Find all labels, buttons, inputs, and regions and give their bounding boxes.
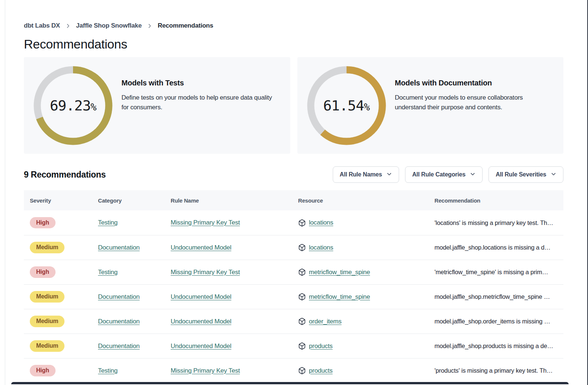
table-row: Medium Documentation Undocumented Model …: [24, 235, 563, 260]
severity-badge: High: [30, 217, 56, 228]
models-with-tests-card: 69.23% Models with Tests Define tests on…: [24, 57, 290, 154]
recommendation-text: 'locations' is missing a primary key tes…: [434, 219, 563, 226]
all-rule-severities-filter[interactable]: All Rule Severities: [489, 166, 563, 183]
table-header-row: Severity Category Rule Name Resource Rec…: [24, 190, 563, 210]
recommendation-text: 'metricflow_time_spine' is missing a pri…: [434, 269, 563, 276]
resource-link[interactable]: metricflow_time_spine: [309, 269, 370, 276]
severity-badge: High: [30, 365, 56, 376]
category-link[interactable]: Testing: [98, 367, 117, 374]
tests-percent-value: 69.23%: [34, 66, 113, 145]
documentation-donut-chart: 61.54%: [307, 66, 386, 145]
resource-link[interactable]: locations: [309, 244, 333, 251]
severity-badge: Medium: [30, 242, 64, 253]
chevron-down-icon: [386, 171, 392, 178]
model-box-icon: [298, 244, 306, 251]
recommendations-count: 9 Recommendations: [24, 170, 106, 180]
category-link[interactable]: Documentation: [98, 342, 140, 350]
resource-link[interactable]: products: [309, 342, 333, 350]
breadcrumb-current: Recommendations: [158, 22, 213, 29]
tests-card-text: Models with Tests Define tests on your m…: [113, 66, 281, 145]
documentation-card-description: Document your models to ensure collabora…: [395, 93, 534, 112]
resource-link[interactable]: metricflow_time_spine: [309, 293, 370, 301]
table-row: High Testing Missing Primary Key Test me…: [24, 260, 563, 284]
documentation-card-text: Models with Documentation Document your …: [386, 66, 536, 145]
model-box-icon: [298, 268, 306, 276]
all-rule-categories-filter[interactable]: All Rule Categories: [405, 166, 483, 183]
documentation-card-title: Models with Documentation: [395, 79, 534, 87]
column-header-rule-name: Rule Name: [171, 197, 298, 204]
filter-label: All Rule Categories: [412, 171, 465, 178]
filter-label: All Rule Severities: [496, 171, 546, 178]
rule-name-link[interactable]: Missing Primary Key Test: [171, 269, 240, 276]
model-box-icon: [298, 367, 306, 375]
table-row: Medium Documentation Undocumented Model …: [24, 309, 563, 334]
recommendations-table: Severity Category Rule Name Resource Rec…: [24, 190, 563, 383]
main-content: dbt Labs DX Jaffle Shop Snowflake Recomm…: [24, 21, 563, 383]
model-box-icon: [298, 342, 306, 350]
models-with-documentation-card: 61.54% Models with Documentation Documen…: [297, 57, 564, 154]
category-link[interactable]: Testing: [98, 269, 117, 276]
category-link[interactable]: Testing: [98, 219, 117, 226]
column-header-recommendation: Recommendation: [434, 197, 563, 204]
column-header-category: Category: [98, 197, 171, 204]
chevron-down-icon: [470, 171, 475, 178]
tests-card-description: Define tests on your models to help ensu…: [121, 93, 279, 112]
resource-link[interactable]: locations: [309, 219, 333, 226]
table-row: Medium Documentation Undocumented Model …: [24, 334, 563, 358]
severity-badge: Medium: [30, 316, 64, 327]
metric-cards: 69.23% Models with Tests Define tests on…: [24, 57, 563, 154]
filter-label: All Rule Names: [340, 171, 382, 178]
severity-badge: Medium: [30, 291, 64, 302]
table-body: High Testing Missing Primary Key Test lo…: [24, 210, 563, 383]
recommendation-text: model.jaffle_shop.metricflow_time_spine …: [434, 293, 563, 300]
recommendation-text: 'products' is missing a primary key test…: [434, 367, 563, 374]
rule-name-link[interactable]: Missing Primary Key Test: [171, 219, 240, 226]
resource-link[interactable]: products: [309, 367, 333, 375]
table-row: Medium Documentation Undocumented Model …: [24, 284, 563, 309]
category-link[interactable]: Documentation: [98, 244, 140, 251]
documentation-percent-value: 61.54%: [307, 66, 386, 145]
model-box-icon: [298, 317, 306, 325]
category-link[interactable]: Documentation: [98, 293, 140, 300]
table-row: High Testing Missing Primary Key Test pr…: [24, 358, 563, 383]
chevron-right-icon: [147, 23, 152, 29]
breadcrumb-project-link[interactable]: dbt Labs DX: [24, 22, 60, 29]
clipped-bottom-element: [11, 382, 569, 384]
page-title: Recommendations: [24, 36, 563, 52]
breadcrumb: dbt Labs DX Jaffle Shop Snowflake Recomm…: [24, 21, 563, 31]
left-rail-divider: [5, 0, 5, 385]
list-header: 9 Recommendations All Rule Names All Rul…: [24, 166, 563, 184]
chevron-down-icon: [551, 171, 556, 178]
table-row: High Testing Missing Primary Key Test lo…: [24, 210, 563, 235]
recommendations-page: dbt Labs DX Jaffle Shop Snowflake Recomm…: [0, 0, 588, 385]
rule-name-link[interactable]: Undocumented Model: [171, 318, 231, 325]
tests-card-title: Models with Tests: [121, 79, 279, 87]
category-link[interactable]: Documentation: [98, 318, 140, 325]
rule-name-link[interactable]: Missing Primary Key Test: [171, 367, 240, 374]
model-box-icon: [298, 219, 306, 227]
resource-link[interactable]: order_items: [309, 318, 342, 325]
recommendation-text: model.jaffle_shop.order_items is missing…: [434, 318, 563, 325]
rule-name-link[interactable]: Undocumented Model: [171, 244, 231, 251]
filter-bar: All Rule Names All Rule Categories All R…: [333, 166, 563, 183]
rule-name-link[interactable]: Undocumented Model: [171, 293, 231, 300]
column-header-resource: Resource: [298, 197, 434, 204]
severity-badge: High: [30, 266, 56, 278]
severity-badge: Medium: [30, 340, 64, 351]
model-box-icon: [298, 293, 306, 301]
chevron-right-icon: [65, 23, 71, 29]
recommendation-text: model.jaffle_shop.locations is missing a…: [434, 244, 563, 251]
rule-name-link[interactable]: Undocumented Model: [171, 342, 231, 350]
recommendation-text: model.jaffle_shop.products is missing a …: [434, 342, 563, 350]
all-rule-names-filter[interactable]: All Rule Names: [333, 166, 399, 183]
tests-donut-chart: 69.23%: [34, 66, 113, 145]
column-header-severity: Severity: [30, 197, 98, 204]
breadcrumb-environment-link[interactable]: Jaffle Shop Snowflake: [76, 22, 142, 29]
